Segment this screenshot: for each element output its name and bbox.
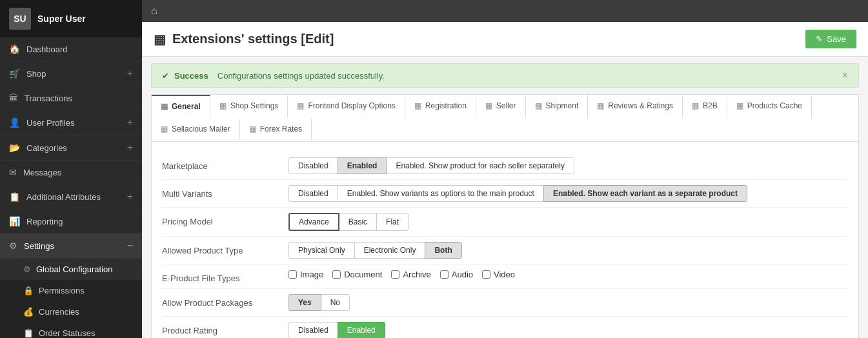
tab-icon: ▦: [161, 102, 168, 111]
sidebar-subnav-permissions[interactable]: 🔒 Permissions: [0, 280, 142, 301]
sidebar-subnav-order-statuses[interactable]: 📋 Order Statuses: [0, 323, 142, 338]
tabs-bar: ▦ General ▦ Shop Settings ▦ Frontend Dis…: [151, 94, 859, 141]
list-icon: 📋: [23, 328, 34, 338]
multi-variants-row: Multi Variants Disabled Enabled. Show va…: [162, 180, 848, 208]
sidebar-subnav-label: Currencies: [39, 307, 79, 317]
sidebar-item-messages[interactable]: ✉ Messages: [0, 161, 142, 184]
video-checkbox[interactable]: [482, 270, 490, 279]
tab-icon: ▦: [736, 101, 743, 110]
marketplace-enabled-separate-btn[interactable]: Enabled. Show product for each seller se…: [386, 157, 574, 174]
pricing-model-label: Pricing Model: [162, 213, 278, 226]
tab-label: Frontend Display Options: [308, 101, 395, 110]
sidebar-item-dashboard[interactable]: 🏠 Dashboard: [0, 37, 142, 61]
physical-only-btn[interactable]: Physical Only: [288, 242, 355, 259]
shop-icon: 🛒: [9, 68, 20, 79]
pricing-basic-btn[interactable]: Basic: [339, 213, 377, 231]
archive-checkbox[interactable]: [391, 270, 399, 279]
lock-icon: 🔒: [23, 286, 34, 295]
pricing-flat-btn[interactable]: Flat: [376, 213, 409, 231]
sidebar-subnav-label: Global Configuration: [36, 264, 113, 274]
archive-checkbox-item[interactable]: Archive: [391, 270, 430, 279]
categories-icon: 📂: [9, 143, 20, 153]
sidebar-item-label: Shop: [26, 69, 46, 79]
tab-sellacious-mailer[interactable]: ▦ Sellacious Mailer: [152, 119, 240, 141]
rating-disabled-btn[interactable]: Disabled: [288, 322, 338, 338]
save-label: Save: [827, 34, 846, 44]
sidebar-item-shop[interactable]: 🛒 Shop +: [0, 61, 142, 86]
main-content: ⌂ ▦ Extensions' settings [Edit] ✎ Save ✔…: [142, 0, 868, 338]
marketplace-options: Disabled Enabled Enabled. Show product f…: [288, 157, 574, 174]
sidebar-item-label: User Profiles: [26, 118, 74, 128]
expand-icon: +: [127, 142, 133, 154]
sidebar-item-additional-attributes[interactable]: 📋 Additional Attributes +: [0, 184, 142, 210]
electronic-only-btn[interactable]: Electronic Only: [354, 242, 426, 259]
tab-icon: ▦: [535, 101, 542, 110]
marketplace-label: Marketplace: [162, 157, 278, 171]
tab-icon: ▦: [219, 101, 227, 110]
sidebar-subnav-global-configuration[interactable]: ⚙ Global Configuration: [0, 259, 142, 280]
sidebar-item-label: Messages: [23, 168, 61, 177]
tab-shop-settings[interactable]: ▦ Shop Settings: [210, 95, 288, 119]
pricing-advance-btn[interactable]: Advance: [288, 213, 339, 231]
home-icon[interactable]: ⌂: [151, 5, 157, 17]
sidebar-item-user-profiles[interactable]: 👤 User Profiles +: [0, 110, 142, 135]
both-btn[interactable]: Both: [425, 242, 461, 259]
reporting-icon: 📊: [9, 216, 20, 226]
multi-variants-separate-btn[interactable]: Enabled. Show each variant as a separate…: [543, 185, 747, 202]
tab-label: Sellacious Mailer: [172, 124, 230, 134]
save-button[interactable]: ✎ Save: [805, 30, 856, 48]
tab-icon: ▦: [414, 101, 421, 110]
tab-label: Seller: [496, 101, 516, 110]
marketplace-enabled-btn[interactable]: Enabled: [338, 157, 387, 174]
save-icon: ✎: [816, 34, 823, 44]
tab-icon: ▦: [692, 101, 699, 110]
multi-variants-options-btn[interactable]: Enabled. Show variants as options to the…: [338, 185, 544, 202]
gear-icon: ⚙: [23, 264, 31, 274]
allowed-product-type-label: Allowed Product Type: [162, 242, 278, 255]
multi-variants-options: Disabled Enabled. Show variants as optio…: [288, 185, 747, 202]
tab-b2b[interactable]: ▦ B2B: [683, 95, 727, 119]
packages-no-btn[interactable]: No: [321, 294, 350, 311]
tab-icon: ▦: [161, 124, 168, 134]
video-checkbox-item[interactable]: Video: [482, 270, 515, 279]
tab-frontend-display-options[interactable]: ▦ Frontend Display Options: [288, 95, 405, 119]
sidebar-item-transactions[interactable]: 🏛 Transactions: [0, 86, 142, 110]
multi-variants-disabled-btn[interactable]: Disabled: [288, 185, 338, 202]
transactions-icon: 🏛: [9, 93, 18, 103]
tab-forex-rates[interactable]: ▦ Forex Rates: [240, 119, 312, 141]
sidebar-subnav-currencies[interactable]: 💰 Currencies: [0, 301, 142, 323]
page-header: ▦ Extensions' settings [Edit] ✎ Save: [142, 22, 868, 57]
sidebar-header: SU Super User: [0, 0, 142, 37]
sidebar-item-reporting[interactable]: 📊 Reporting: [0, 210, 142, 234]
tab-products-cache[interactable]: ▦ Products Cache: [727, 95, 812, 119]
audio-checkbox-item[interactable]: Audio: [440, 270, 473, 279]
packages-yes-btn[interactable]: Yes: [288, 294, 321, 311]
tab-seller[interactable]: ▦ Seller: [476, 95, 526, 119]
sidebar-item-label: Transactions: [25, 94, 72, 103]
tab-general[interactable]: ▦ General: [152, 95, 210, 119]
eproduct-file-types-row: E-Product File Types Image Document Arch…: [162, 264, 848, 289]
image-checkbox-item[interactable]: Image: [288, 270, 323, 279]
tab-icon: ▦: [297, 101, 304, 110]
document-checkbox-item[interactable]: Document: [332, 270, 382, 279]
expand-icon: +: [127, 191, 133, 203]
sidebar-item-label: Dashboard: [26, 45, 68, 54]
audio-checkbox[interactable]: [440, 270, 449, 279]
tab-icon: ▦: [485, 101, 492, 110]
image-checkbox[interactable]: [288, 270, 297, 279]
close-icon[interactable]: ×: [842, 70, 848, 81]
sidebar-item-settings[interactable]: ⚙ Settings −: [0, 234, 142, 259]
topbar: ⌂: [142, 0, 868, 22]
dashboard-icon: 🏠: [9, 44, 20, 54]
tab-registration[interactable]: ▦ Registration: [405, 95, 476, 119]
product-rating-row: Product Rating Disabled Enabled: [162, 317, 848, 338]
marketplace-disabled-btn[interactable]: Disabled: [288, 157, 338, 174]
document-checkbox[interactable]: [332, 270, 341, 279]
sidebar-item-categories[interactable]: 📂 Categories +: [0, 135, 142, 161]
rating-enabled-btn[interactable]: Enabled: [338, 322, 385, 338]
tab-shipment[interactable]: ▦ Shipment: [526, 95, 589, 119]
user-profiles-icon: 👤: [9, 117, 20, 128]
tab-reviews-ratings[interactable]: ▦ Reviews & Ratings: [588, 95, 683, 119]
sidebar-subnav-label: Order Statuses: [39, 328, 95, 338]
success-message: Configurations settings updated successf…: [217, 71, 385, 81]
